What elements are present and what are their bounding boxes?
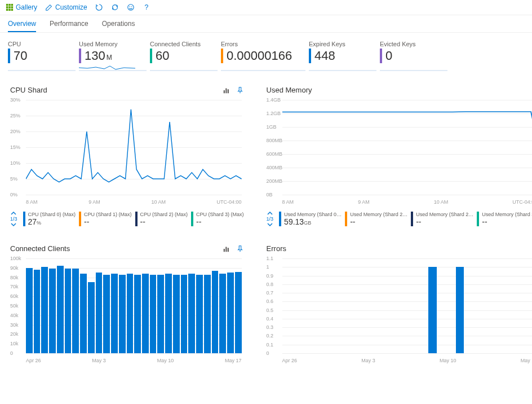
legend-unit: % [37, 220, 41, 226]
chevron-down-icon[interactable] [267, 222, 273, 227]
y-tick: 800MB [267, 138, 283, 143]
customize-button[interactable]: Customize [45, 3, 87, 11]
bar [456, 267, 464, 353]
chart-plot-area[interactable]: 30%25%20%15%10%5%0%8 AM9 AM10 AMUTC-04:0… [10, 100, 244, 207]
tab-overview[interactable]: Overview [8, 15, 36, 32]
x-tick: 8 AM [282, 199, 294, 205]
y-tick: 10k [10, 341, 19, 346]
customize-label: Customize [55, 3, 87, 11]
legend-item[interactable]: CPU (Shard 0) (Max)27% [23, 212, 76, 226]
x-tick: 8 AM [26, 199, 38, 205]
refresh-icon [95, 3, 103, 11]
help-button[interactable]: ? [143, 3, 150, 11]
chart-plot-area[interactable]: 1.110.90.80.70.60.50.40.30.20.10Apr 26Ma… [267, 258, 532, 366]
y-tick: 20k [10, 331, 19, 337]
kpi-unit: M [107, 54, 112, 62]
legend-name: CPU (Shard 2) (Max) [140, 212, 188, 217]
legend-item[interactable]: Used Memory (Shard 3…-- [477, 212, 532, 226]
y-tick: 50k [10, 303, 19, 309]
x-tick: May 17 [521, 358, 532, 363]
bar [49, 269, 56, 353]
bar [142, 274, 149, 353]
chart-used-memory: Used Memory 1.4GB1.2GB1GB800MB600MB400MB… [267, 86, 532, 227]
grid-icon [6, 3, 14, 11]
bar [212, 271, 219, 353]
gallery-button[interactable]: Gallery [6, 3, 37, 11]
chart-connected-clients: Connected Clients 100k90k80k70k60k50k40k… [10, 244, 244, 366]
svg-rect-4 [8, 6, 11, 8]
y-tick: 1GB [267, 124, 277, 130]
x-tick: May 10 [440, 358, 456, 363]
y-tick: 20% [10, 129, 20, 134]
bar [157, 275, 164, 353]
legend-name: CPU (Shard 3) (Max) [196, 212, 244, 217]
sparkline [79, 64, 135, 71]
auto-refresh-button[interactable] [111, 3, 119, 11]
x-tick: May 3 [361, 358, 375, 363]
kpi-tile[interactable]: CPU 70 [8, 41, 76, 71]
refresh-button[interactable] [95, 3, 103, 11]
pencil-icon [45, 3, 53, 11]
y-tick: 0.4 [267, 316, 274, 322]
legend-item[interactable]: Used Memory (Shard 2…-- [345, 212, 407, 226]
y-tick: 0 [267, 350, 269, 356]
bar [219, 274, 226, 353]
legend-pager: 1/3 [10, 210, 17, 227]
y-tick: 60k [10, 293, 19, 299]
bar [103, 275, 110, 353]
kpi-tile[interactable]: Used Memory 130 M [79, 41, 147, 71]
y-tick: 70k [10, 284, 19, 289]
legend-item[interactable]: Used Memory (Shard 2…-- [411, 212, 473, 226]
legend-item[interactable]: CPU (Shard 3) (Max)-- [191, 212, 244, 226]
kpi-tile[interactable]: Expired Keys 448 [309, 41, 376, 71]
bar [235, 272, 242, 353]
tabs: Overview Performance Operations [0, 15, 532, 33]
kpi-label: Connected Clients [150, 41, 218, 47]
chevron-up-icon[interactable] [267, 210, 273, 216]
bar [150, 275, 157, 353]
legend-name: Used Memory (Shard 2… [350, 212, 407, 217]
y-tick: 30% [10, 97, 20, 103]
y-tick: 1.1 [267, 256, 274, 261]
kpi-label: Used Memory [79, 41, 147, 47]
bar-chart-icon[interactable] [223, 86, 230, 94]
gallery-label: Gallery [16, 3, 37, 11]
legend-value: -- [140, 217, 145, 226]
y-tick: 15% [10, 144, 20, 150]
chart-plot-area[interactable]: 1.4GB1.2GB1GB800MB600MB400MB200MB0B8 AM9… [267, 100, 532, 207]
svg-rect-14 [225, 88, 227, 93]
y-tick: 100k [10, 256, 21, 261]
kpi-row: CPU 70 Used Memory 130 M Connected Clien… [0, 33, 532, 73]
feedback-button[interactable] [127, 3, 135, 11]
bar-chart-icon[interactable] [223, 245, 230, 253]
y-tick: 0.3 [267, 324, 274, 330]
legend-item[interactable]: CPU (Shard 1) (Max)-- [79, 212, 132, 226]
toolbar: Gallery Customize ? [0, 0, 532, 15]
smiley-icon [127, 3, 135, 11]
svg-rect-5 [11, 6, 14, 8]
legend-item[interactable]: CPU (Shard 2) (Max)-- [135, 212, 188, 226]
kpi-tile[interactable]: Evicted Keys 0 [380, 41, 447, 71]
kpi-label: Expired Keys [309, 41, 376, 47]
legend-value: 27 [28, 217, 37, 226]
chevron-down-icon[interactable] [11, 222, 16, 227]
legend-unit: GB [304, 220, 311, 226]
tab-operations[interactable]: Operations [102, 15, 135, 32]
tab-performance[interactable]: Performance [50, 15, 88, 32]
y-tick: 1.2GB [267, 111, 281, 116]
pin-icon[interactable] [236, 86, 244, 94]
svg-rect-2 [11, 4, 14, 6]
svg-rect-17 [225, 247, 227, 252]
legend-value: -- [416, 217, 421, 226]
bar [173, 275, 180, 353]
kpi-label: Errors [221, 41, 305, 47]
chart-plot-area[interactable]: 100k90k80k70k60k50k40k30k20k10k0Apr 26Ma… [10, 258, 244, 366]
svg-rect-6 [6, 9, 8, 11]
kpi-tile[interactable]: Connected Clients 60 [150, 41, 218, 71]
chevron-up-icon[interactable] [11, 210, 16, 216]
pin-icon[interactable] [236, 245, 244, 253]
legend-item[interactable]: Used Memory (Shard 0…59.13GB [279, 212, 342, 226]
y-tick: 0.5 [267, 308, 274, 313]
kpi-tile[interactable]: Errors 0.00000166 [221, 41, 305, 71]
y-tick: 90k [10, 265, 19, 271]
